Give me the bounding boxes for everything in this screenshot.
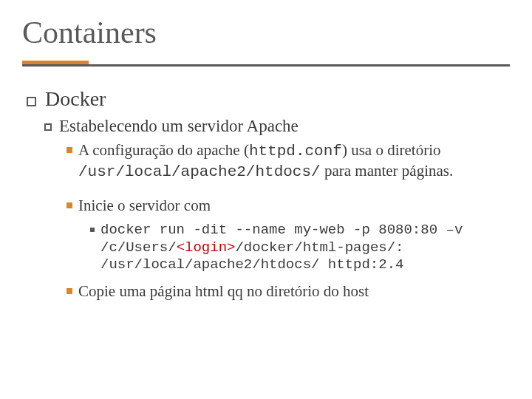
level3-text: A configuração do apache (httpd.conf) us… [78,140,502,183]
list-item: Estabelecendo um servidor Apache [44,117,510,136]
level3-text: Copie uma página html qq no diretório do… [78,282,369,301]
list-item: docker run -dit --name my-web -p 8080:80… [90,222,495,274]
level2-text: Estabelecendo um servidor Apache [59,117,299,135]
bullet-icon [90,228,95,232]
bullet-icon [44,123,52,131]
bullet-icon [27,97,36,106]
text: ) usa o diretório [342,141,441,159]
bullet-icon [66,147,72,153]
rule-bar [22,64,510,66]
level1-text: Docker [45,87,106,110]
cmd-login-placeholder: <login> [177,239,236,256]
code: httpd.conf [249,143,342,160]
code: /usr/local/apache2/htdocs/ [78,163,321,180]
divider [22,61,510,66]
bullet-icon [66,202,72,208]
bullet-icon [66,288,72,294]
list-item: A configuração do apache (httpd.conf) us… [66,140,502,183]
text: para manter páginas. [321,162,454,180]
text: A configuração do apache ( [78,141,249,159]
list-item: Docker [27,87,510,111]
level3-text: Inicie o servidor com [78,196,211,216]
slide-title: Containers [22,15,510,50]
command-text: docker run -dit --name my-web -p 8080:80… [100,222,495,274]
list-item: Inicie o servidor com [66,196,502,216]
list-item: Copie uma página html qq no diretório do… [66,282,502,301]
